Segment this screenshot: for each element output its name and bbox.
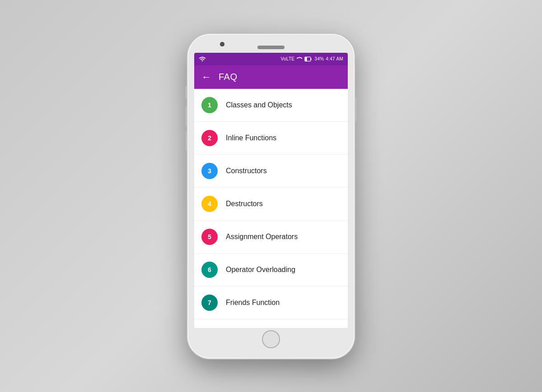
item-label-4: Destructors [226,200,263,208]
status-left [199,55,206,63]
faq-list: 1Classes and Objects2Inline Functions3Co… [194,89,348,328]
volume-up-button [186,106,187,126]
battery-icon [304,56,313,62]
volume-down-button [186,131,187,151]
item-label-2: Inline Functions [226,134,276,142]
badge-2: 2 [201,130,218,146]
app-bar-title: FAQ [219,72,238,82]
status-right: VoLTE 34% 4:47 AM [281,56,344,62]
item-label-5: Assignment Operators [226,233,298,241]
signal-icon [296,56,303,62]
battery-text: 34% [314,56,324,61]
list-item[interactable]: 1Classes and Objects [194,89,348,122]
app-bar: ← FAQ [194,65,348,89]
badge-6: 6 [201,262,218,278]
badge-7: 7 [201,295,218,311]
phone-frame: VoLTE 34% 4:47 AM ← FAQ 1Classes and Obj… [187,34,355,359]
home-button[interactable] [262,330,280,348]
list-item[interactable]: 5Assignment Operators [194,221,348,254]
camera [220,42,224,46]
item-label-7: Friends Function [226,299,280,307]
list-item[interactable]: 6Operator Overloading [194,254,348,286]
item-label-6: Operator Overloading [226,266,295,274]
phone-screen: VoLTE 34% 4:47 AM ← FAQ 1Classes and Obj… [194,53,348,328]
phone-top [187,34,355,49]
time-text: 4:47 AM [326,56,343,61]
signal-text: VoLTE [281,56,295,61]
badge-4: 4 [201,196,218,212]
list-item[interactable]: 7Friends Function [194,286,348,319]
wifi-icon [199,55,206,63]
badge-5: 5 [201,229,218,245]
list-item[interactable]: 4Destructors [194,188,348,221]
back-button[interactable]: ← [201,71,211,83]
svg-rect-2 [311,58,312,60]
badge-1: 1 [201,97,218,113]
list-item[interactable]: 2Inline Functions [194,122,348,155]
silent-button [186,86,187,99]
power-button [355,97,356,122]
status-bar: VoLTE 34% 4:47 AM [194,53,348,65]
svg-rect-1 [305,57,307,60]
phone-bottom [262,328,280,350]
badge-3: 3 [201,163,218,179]
speaker [257,46,285,49]
item-label-3: Constructors [226,167,267,175]
list-item[interactable]: 3Constructors [194,155,348,188]
item-label-1: Classes and Objects [226,101,292,109]
